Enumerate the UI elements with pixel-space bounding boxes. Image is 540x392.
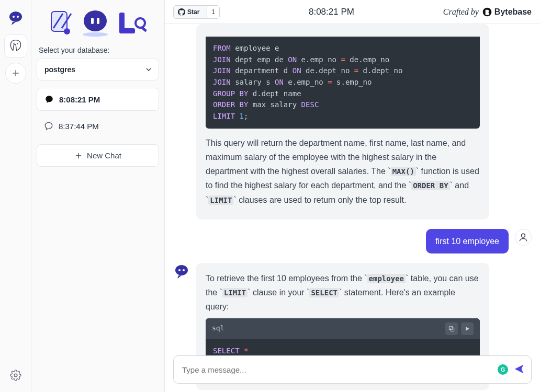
- message-bubble: FROM employee e JOIN dept_emp de ON e.em…: [196, 24, 489, 220]
- crafted-by[interactable]: Crafted by Bytebase: [443, 7, 532, 17]
- message-bubble: first 10 employee: [426, 229, 509, 253]
- grammarly-icon[interactable]: G: [498, 364, 508, 375]
- code-content[interactable]: FROM employee e JOIN dept_emp de ON e.em…: [206, 37, 480, 129]
- send-icon: [513, 363, 525, 375]
- db-select-label: Select your database:: [37, 46, 159, 54]
- sqlchat-icon: [173, 263, 190, 280]
- sqlchat-icon: [7, 9, 24, 26]
- brand-name: Bytebase: [494, 7, 532, 17]
- gear-icon: [10, 370, 21, 381]
- chat-title: 8:08:21 PM: [309, 7, 354, 17]
- github-icon: [178, 8, 185, 16]
- svg-point-3: [13, 43, 14, 44]
- chat-list: 8:08:21 PM 8:37:44 PM: [37, 88, 159, 137]
- github-star-button[interactable]: Star 1: [173, 5, 220, 19]
- chat-item-time: 8:37:44 PM: [59, 122, 99, 131]
- message-text: To retrieve the first 10 employees from …: [206, 271, 480, 314]
- chat-item[interactable]: 8:37:44 PM: [37, 115, 159, 137]
- svg-point-0: [9, 11, 22, 22]
- play-icon: [464, 326, 470, 332]
- bytebase-icon: [482, 7, 492, 17]
- add-connection-button[interactable]: [5, 63, 26, 84]
- svg-point-10: [83, 32, 108, 37]
- svg-rect-8: [91, 18, 94, 24]
- svg-point-6: [64, 28, 70, 34]
- main-panel: Star 1 8:08:21 PM Crafted by Bytebase FR…: [165, 0, 540, 392]
- code-lang: sql: [212, 322, 224, 334]
- svg-point-2: [17, 16, 19, 18]
- settings-button[interactable]: [5, 365, 26, 386]
- plus-icon: [11, 68, 20, 78]
- connection-rail: [0, 0, 31, 392]
- message-composer: G: [173, 355, 532, 384]
- assistant-avatar: [173, 263, 190, 280]
- db-select[interactable]: postgres: [37, 59, 159, 80]
- new-chat-button[interactable]: New Chat: [37, 144, 159, 167]
- app-logo: [47, 7, 149, 39]
- db-select-value: postgres: [44, 65, 75, 74]
- svg-point-7: [84, 10, 107, 31]
- svg-point-17: [175, 265, 188, 275]
- svg-point-18: [178, 269, 181, 271]
- svg-point-4: [17, 43, 18, 44]
- message-assistant: FROM employee e JOIN dept_emp de ON e.em…: [173, 24, 532, 220]
- chat-item[interactable]: 8:08:21 PM: [37, 88, 159, 111]
- svg-point-19: [183, 269, 185, 271]
- conversation: FROM employee e JOIN dept_emp de ON e.em…: [165, 24, 540, 392]
- svg-rect-12: [119, 28, 135, 33]
- run-code-button[interactable]: [461, 322, 474, 335]
- svg-point-13: [136, 18, 145, 28]
- user-avatar: [515, 229, 532, 246]
- chat-item-time: 8:08:21 PM: [59, 95, 100, 104]
- new-chat-label: New Chat: [87, 151, 121, 160]
- postgres-icon: [8, 39, 23, 53]
- speech-bubble-icon: [44, 95, 54, 104]
- send-button[interactable]: [513, 363, 525, 376]
- message-text: This query will return the department na…: [206, 136, 480, 207]
- topbar: Star 1 8:08:21 PM Crafted by Bytebase: [165, 0, 540, 24]
- copy-icon: [448, 325, 455, 332]
- user-icon: [518, 232, 528, 243]
- star-label: Star: [187, 8, 199, 16]
- svg-point-16: [522, 234, 525, 237]
- star-count: 1: [207, 6, 219, 18]
- code-header: sql: [206, 318, 480, 339]
- speech-bubble-icon: [44, 121, 53, 131]
- plus-icon: [74, 152, 83, 160]
- connection-sqlchat[interactable]: [4, 6, 27, 29]
- message-user: first 10 employee: [173, 229, 532, 253]
- svg-rect-9: [97, 18, 99, 24]
- chevron-down-icon: [146, 68, 151, 71]
- message-input[interactable]: [182, 365, 492, 374]
- svg-point-1: [13, 16, 15, 18]
- sidebar: Select your database: postgres 8:08:21 P…: [31, 0, 165, 392]
- code-block: FROM employee e JOIN dept_emp de ON e.em…: [206, 37, 480, 129]
- connection-postgres[interactable]: [4, 34, 27, 57]
- copy-code-button[interactable]: [445, 322, 458, 335]
